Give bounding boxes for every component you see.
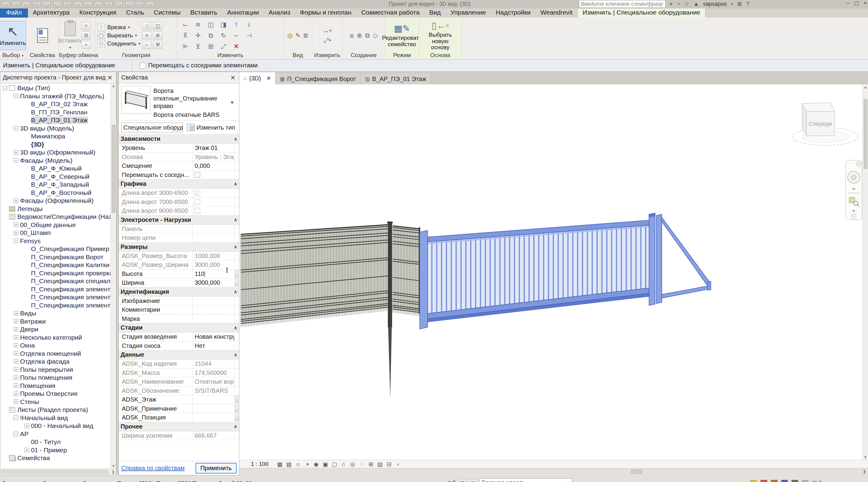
- expand-icon[interactable]: +: [25, 448, 29, 452]
- collapse-icon[interactable]: −: [14, 416, 18, 420]
- worksets-icon[interactable]: ▤: [459, 479, 466, 482]
- project-browser-close-icon[interactable]: ✕: [106, 74, 114, 82]
- section-header-2[interactable]: Электросети - Нагрузки∧: [119, 216, 239, 225]
- ribbon-tab-системы[interactable]: Системы: [149, 8, 186, 18]
- tree-item-9[interactable]: −Фасады (Модель): [0, 157, 111, 165]
- view-tab-2[interactable]: ▥В_АР_ПЭ_01 Этаж: [361, 73, 431, 85]
- tree-item-27[interactable]: П_Спецификация элементов огра: [0, 301, 111, 310]
- modify-button[interactable]: ↖ Изменить: [0, 21, 26, 50]
- create-group-icon[interactable]: ⧈: [349, 32, 353, 39]
- split-icon[interactable]: ⫯: [230, 20, 242, 30]
- geometry-button-0[interactable]: ⌶Врезка▾: [97, 24, 140, 31]
- tree-item-38[interactable]: +Проемы Отверстия: [0, 390, 111, 398]
- browser-hscroll-thumb[interactable]: [2, 470, 108, 474]
- mirror-axis-icon[interactable]: ◨: [217, 20, 229, 30]
- temp-view-props-icon[interactable]: ◌: [357, 461, 366, 468]
- section-header-3[interactable]: Размеры∧: [119, 243, 239, 252]
- rotate-icon[interactable]: ↻: [217, 30, 229, 41]
- select-underlay-icon[interactable]: [781, 480, 788, 482]
- split-gap-icon[interactable]: ⫰: [243, 20, 255, 30]
- navigation-bar[interactable]: [845, 160, 862, 220]
- array-icon[interactable]: ⊞: [205, 41, 217, 52]
- dimension-icon[interactable]: ⤢ ▾: [324, 37, 331, 44]
- expand-icon[interactable]: +: [14, 150, 18, 155]
- collapse-icon[interactable]: −: [14, 126, 18, 130]
- select-pinned-icon[interactable]: [802, 480, 808, 482]
- beam-joins-icon[interactable]: ⌐: [142, 41, 151, 49]
- scroll-down-icon[interactable]: ▼: [112, 463, 115, 468]
- ribbon-tab-совместная-работа[interactable]: Совместная работа: [356, 8, 424, 18]
- offset-icon[interactable]: ≋: [192, 20, 204, 30]
- create-similar-icon[interactable]: ⊕: [357, 32, 362, 39]
- delete-icon[interactable]: ✕: [230, 41, 242, 52]
- property-value[interactable]: Нет: [193, 342, 234, 350]
- tree-item-41[interactable]: −!Начальный вид: [0, 414, 111, 422]
- ribbon-tab-архитектура[interactable]: Архитектура: [28, 8, 75, 18]
- property-value[interactable]: Этаж 01: [193, 143, 234, 152]
- expand-icon[interactable]: +: [14, 351, 18, 356]
- section-header-7[interactable]: Прочее∧: [119, 422, 239, 431]
- ribbon-tab-сталь[interactable]: Сталь: [121, 8, 149, 18]
- design-options-icon[interactable]: ▣: [469, 479, 476, 482]
- displaced-elements-icon[interactable]: ▤: [375, 461, 384, 468]
- ribbon-tab-изменить-специальное-оборудование[interactable]: Изменить | Специальное оборудование: [577, 7, 706, 18]
- tree-item-14[interactable]: +Фасады (Оформленный): [0, 197, 111, 205]
- tree-item-20[interactable]: О_Спецификация Пример: [0, 245, 111, 253]
- ribbon-tab-weandrevit[interactable]: Weandrevit: [535, 8, 577, 18]
- expand-icon[interactable]: +: [25, 424, 29, 428]
- editable-only-icon[interactable]: [750, 480, 757, 482]
- geometry-button-2[interactable]: ⬡Соединить▾: [97, 40, 140, 47]
- properties-toggle-button[interactable]: [29, 21, 56, 50]
- tree-item-46[interactable]: Семейства: [0, 454, 111, 462]
- undo-icon[interactable]: [43, 2, 51, 8]
- ribbon-tab-аннотации[interactable]: Аннотации: [222, 8, 264, 18]
- tree-item-33[interactable]: +Отделка помещений: [0, 350, 111, 358]
- fence-post[interactable]: [388, 223, 392, 327]
- panel-splitter[interactable]: [116, 72, 119, 475]
- sliding-gate-selected[interactable]: [420, 213, 711, 329]
- visual-style-icon[interactable]: ▧: [284, 461, 293, 468]
- scale-icon[interactable]: ⤢: [217, 41, 229, 52]
- canvas-horizontal-scrollbar[interactable]: ❯: [239, 468, 868, 475]
- communication-center-icon[interactable]: ◔: [677, 1, 680, 7]
- tree-item-25[interactable]: П_Спецификация элементов Нас: [0, 285, 111, 293]
- measure-icon[interactable]: ↔ ▾: [323, 27, 332, 34]
- tree-item-45[interactable]: +01 - Пример: [0, 446, 111, 454]
- panel-select-label[interactable]: Выбор ▾: [0, 52, 26, 59]
- property-value[interactable]: 0,000: [193, 161, 234, 170]
- property-mini-button[interactable]: [235, 405, 239, 412]
- section-header-1[interactable]: Графика∧: [119, 180, 239, 189]
- mirror-pick-icon[interactable]: ◫: [205, 20, 217, 30]
- measure-icon[interactable]: [74, 2, 82, 8]
- tree-item-7[interactable]: {3D}: [0, 140, 111, 149]
- sync-icon[interactable]: [33, 2, 40, 8]
- open-icon[interactable]: [12, 2, 20, 8]
- expand-icon[interactable]: +: [14, 367, 18, 372]
- lightbulb-icon[interactable]: ◍: [287, 32, 293, 39]
- collapse-icon[interactable]: −: [14, 94, 18, 98]
- property-value[interactable]: [193, 395, 234, 404]
- section-collapse-icon[interactable]: ∧: [234, 244, 237, 250]
- selection-filter[interactable]: ▽:1: [812, 479, 822, 482]
- view-scale[interactable]: 1 : 100: [251, 461, 269, 468]
- property-value[interactable]: [193, 404, 234, 413]
- property-mini-button[interactable]: [235, 414, 239, 421]
- binoculars-icon[interactable]: ⌖: [670, 1, 673, 7]
- search-input[interactable]: Введите ключевое слово/фразу: [579, 0, 666, 8]
- unpin-icon[interactable]: ⊻: [192, 41, 204, 52]
- trim-corner-icon[interactable]: ⌐: [230, 30, 242, 41]
- property-value[interactable]: [193, 296, 234, 306]
- render-icon[interactable]: ◉: [312, 461, 321, 468]
- expand-icon[interactable]: +: [14, 311, 18, 316]
- section-collapse-icon[interactable]: ∧: [234, 136, 237, 142]
- match-properties-icon[interactable]: ⌁: [82, 41, 91, 49]
- expand-icon[interactable]: +: [14, 231, 18, 235]
- thin-lines-icon[interactable]: [126, 2, 133, 8]
- ribbon-tab-надстройки[interactable]: Надстройки: [491, 8, 535, 18]
- browser-horizontal-scrollbar[interactable]: ❯: [0, 468, 116, 475]
- tree-item-18[interactable]: +00_Штамп: [0, 229, 111, 237]
- tree-item-12[interactable]: В_АР_Ф_Западный: [0, 181, 111, 189]
- section-collapse-icon[interactable]: ∧: [234, 289, 237, 294]
- dimension-icon[interactable]: [85, 2, 92, 8]
- tree-item-0[interactable]: −Виды (Тип): [0, 84, 111, 92]
